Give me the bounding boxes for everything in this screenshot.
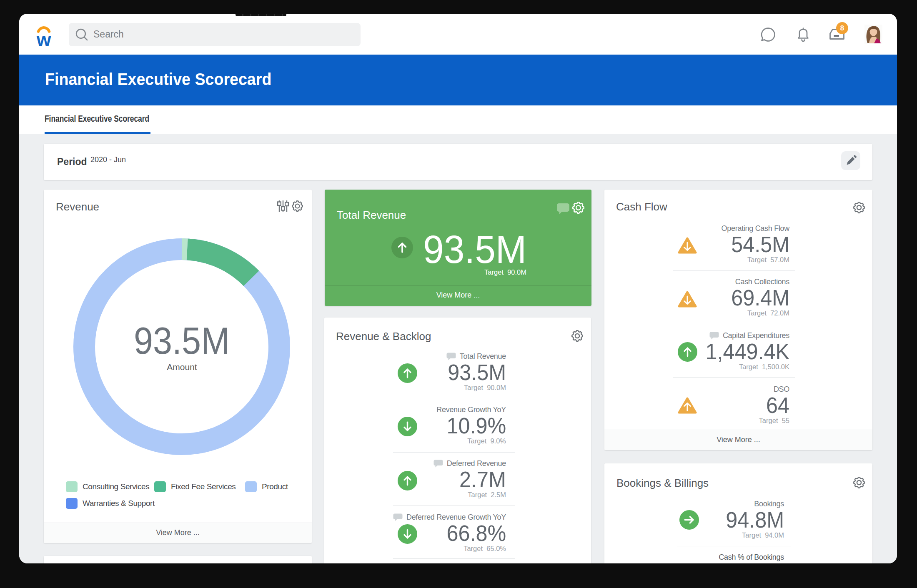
svg-text:w: w xyxy=(36,30,51,47)
